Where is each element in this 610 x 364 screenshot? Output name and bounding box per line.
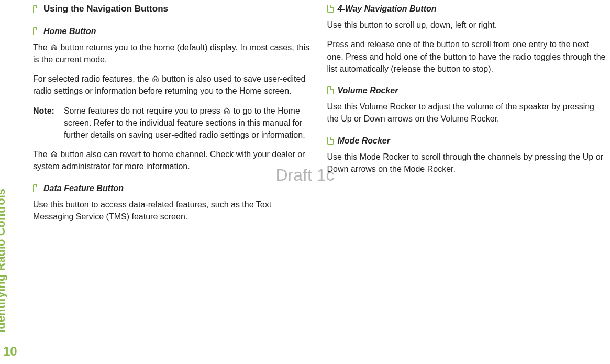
paragraph: For selected radio features, the button … — [33, 73, 313, 97]
section-icon — [327, 137, 334, 145]
column-right: 4-Way Navigation Button Use this button … — [327, 3, 607, 230]
section-label: Identifying Radio Controls — [0, 189, 9, 333]
text: Some features do not require you to pres… — [64, 106, 223, 115]
home-icon — [152, 75, 159, 82]
note-label: Note: — [33, 105, 54, 141]
column-left: Using the Navigation Buttons Home Button… — [33, 3, 313, 230]
section-icon — [327, 86, 334, 94]
text: button also can revert to home channel. … — [33, 150, 305, 171]
heading-text: Volume Rocker — [338, 84, 398, 96]
home-icon — [50, 44, 58, 50]
heading-4way-nav: 4-Way Navigation Button — [327, 3, 607, 15]
section-icon — [33, 27, 39, 35]
heading-text: Using the Navigation Buttons — [43, 3, 168, 16]
paragraph: Use this button to access data-related f… — [33, 198, 313, 223]
page-number: 10 — [3, 343, 17, 361]
heading-text: Data Feature Button — [43, 182, 124, 194]
paragraph: Use this Volume Rocker to adjust the vol… — [327, 101, 607, 125]
heading-home-button: Home Button — [33, 25, 313, 37]
heading-data-feature: Data Feature Button — [33, 182, 313, 194]
heading-using-nav: Using the Navigation Buttons — [33, 3, 313, 16]
note-body: Some features do not require you to pres… — [64, 105, 313, 141]
home-icon — [223, 107, 230, 114]
text: button returns you to the home (default)… — [33, 43, 309, 64]
text: The — [33, 150, 50, 159]
heading-text: Home Button — [43, 25, 96, 37]
note-block: Note: Some features do not require you t… — [33, 105, 313, 141]
text: For selected radio features, the — [33, 74, 151, 83]
paragraph: Use this button to scroll up, down, left… — [327, 19, 607, 31]
text: The — [33, 43, 50, 52]
heading-volume-rocker: Volume Rocker — [327, 84, 607, 96]
paragraph: Press and release one of the button to s… — [327, 38, 607, 75]
paragraph: Use this Mode Rocker to scroll through t… — [327, 151, 607, 175]
paragraph: The button returns you to the home (defa… — [33, 41, 313, 65]
section-icon — [327, 5, 334, 13]
content: Using the Navigation Buttons Home Button… — [33, 3, 606, 230]
heading-text: 4-Way Navigation Button — [338, 3, 437, 15]
heading-text: Mode Rocker — [338, 135, 390, 147]
section-icon — [33, 5, 39, 13]
section-icon — [33, 184, 39, 192]
paragraph: The button also can revert to home chann… — [33, 148, 313, 172]
heading-mode-rocker: Mode Rocker — [327, 135, 607, 147]
home-icon — [50, 151, 58, 157]
sidebar: Identifying Radio Controls 10 — [0, 0, 29, 364]
